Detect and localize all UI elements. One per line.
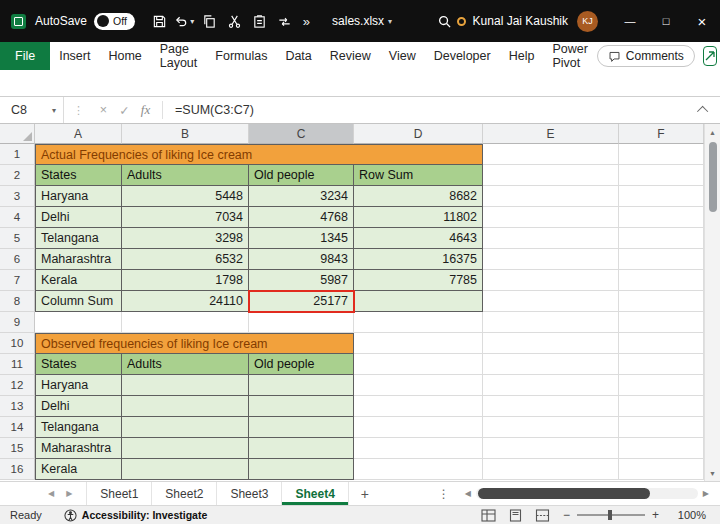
- row-header[interactable]: 4: [0, 207, 35, 228]
- insert-function-icon[interactable]: fx: [135, 102, 156, 118]
- enter-check-icon[interactable]: ✓: [114, 103, 135, 118]
- cell[interactable]: [249, 459, 354, 480]
- cell[interactable]: 5987: [249, 270, 354, 291]
- cell[interactable]: [619, 354, 704, 375]
- scroll-right-icon[interactable]: ▶: [698, 489, 714, 498]
- zoom-in-icon[interactable]: +: [652, 508, 659, 522]
- cell[interactable]: [619, 165, 704, 186]
- cell[interactable]: [354, 312, 483, 333]
- cell[interactable]: [122, 459, 249, 480]
- cell[interactable]: 8682: [354, 186, 483, 207]
- cell[interactable]: [122, 417, 249, 438]
- scroll-up-icon[interactable]: ▲: [709, 124, 716, 140]
- row-header[interactable]: 12: [0, 375, 35, 396]
- cell[interactable]: [249, 417, 354, 438]
- cell[interactable]: [619, 186, 704, 207]
- cell[interactable]: Delhi: [35, 396, 122, 417]
- cell[interactable]: [249, 375, 354, 396]
- vertical-scroll-thumb[interactable]: [709, 142, 717, 212]
- accessibility-status[interactable]: Accessibility: Investigate: [82, 509, 207, 521]
- paste-icon[interactable]: [247, 8, 272, 34]
- cell[interactable]: [619, 228, 704, 249]
- cell[interactable]: 1345: [249, 228, 354, 249]
- row-header[interactable]: 5: [0, 228, 35, 249]
- cell[interactable]: [483, 291, 619, 312]
- cell-title-1[interactable]: Actual Frequencies of liking Ice cream: [35, 144, 483, 165]
- cell[interactable]: 9843: [249, 249, 354, 270]
- cell[interactable]: Haryana: [35, 186, 122, 207]
- cell[interactable]: [122, 396, 249, 417]
- tab-data[interactable]: Data: [276, 42, 320, 70]
- copy-icon[interactable]: [197, 8, 222, 34]
- cell[interactable]: [619, 270, 704, 291]
- cell[interactable]: Adults: [122, 354, 249, 375]
- cell[interactable]: Delhi: [35, 207, 122, 228]
- cell[interactable]: [483, 459, 619, 480]
- row-header[interactable]: 8: [0, 291, 35, 312]
- tab-scroll-right-icon[interactable]: ▶: [60, 489, 78, 498]
- cell[interactable]: [354, 333, 483, 354]
- cell[interactable]: 7785: [354, 270, 483, 291]
- filename-dropdown-icon[interactable]: ▾: [388, 17, 392, 26]
- cell[interactable]: Telangana: [35, 417, 122, 438]
- cell[interactable]: States: [35, 354, 122, 375]
- cell[interactable]: [483, 270, 619, 291]
- cell[interactable]: [619, 333, 704, 354]
- switch-windows-icon[interactable]: [272, 8, 297, 34]
- cell[interactable]: [619, 249, 704, 270]
- row-header[interactable]: 11: [0, 354, 35, 375]
- undo-icon[interactable]: ▾: [172, 8, 197, 34]
- add-sheet-icon[interactable]: +: [361, 486, 369, 502]
- autosave-toggle[interactable]: Off: [94, 13, 135, 30]
- row-header[interactable]: 7: [0, 270, 35, 291]
- cell[interactable]: [122, 375, 249, 396]
- cell[interactable]: [354, 459, 483, 480]
- zoom-slider[interactable]: [577, 514, 645, 516]
- cell[interactable]: [619, 312, 704, 333]
- cell[interactable]: [619, 459, 704, 480]
- row-header[interactable]: 13: [0, 396, 35, 417]
- cell[interactable]: [354, 438, 483, 459]
- row-header[interactable]: 2: [0, 165, 35, 186]
- save-icon[interactable]: [147, 8, 172, 34]
- cell[interactable]: [483, 396, 619, 417]
- cell[interactable]: [483, 312, 619, 333]
- row-header[interactable]: 9: [0, 312, 35, 333]
- cell[interactable]: [619, 207, 704, 228]
- tab-page-layout[interactable]: Page Layout: [151, 42, 207, 70]
- scroll-left-icon[interactable]: ◀: [460, 489, 476, 498]
- formula-bar-handle[interactable]: ⋮: [73, 104, 84, 117]
- horizontal-scroll-thumb[interactable]: [478, 488, 650, 499]
- user-name[interactable]: Kunal Jai Kaushik: [473, 14, 568, 28]
- tab-scroll-left-icon[interactable]: ◀: [42, 489, 60, 498]
- cell[interactable]: [483, 207, 619, 228]
- tab-file[interactable]: File: [0, 42, 50, 70]
- cell[interactable]: [483, 165, 619, 186]
- comments-button[interactable]: Comments: [597, 45, 695, 67]
- name-box-dropdown-icon[interactable]: ▾: [52, 106, 56, 115]
- cell[interactable]: [619, 291, 704, 312]
- cell[interactable]: [619, 417, 704, 438]
- collapse-formula-bar-icon[interactable]: [697, 106, 708, 117]
- row-header[interactable]: 14: [0, 417, 35, 438]
- cell[interactable]: [619, 438, 704, 459]
- cancel-icon[interactable]: ×: [93, 103, 114, 117]
- cell[interactable]: [249, 438, 354, 459]
- cell-title-2[interactable]: Observed frequencies of liking Ice cream: [35, 333, 354, 354]
- maximize-button[interactable]: □: [648, 0, 684, 42]
- tabbar-options-icon[interactable]: ⋮: [438, 487, 450, 501]
- col-header-e[interactable]: E: [483, 124, 619, 144]
- cell[interactable]: 11802: [354, 207, 483, 228]
- scroll-down-icon[interactable]: ▼: [709, 465, 716, 481]
- search-icon[interactable]: [432, 8, 457, 34]
- name-box[interactable]: C8 ▾: [0, 97, 64, 123]
- tab-review[interactable]: Review: [321, 42, 380, 70]
- tab-insert[interactable]: Insert: [50, 42, 99, 70]
- cell[interactable]: States: [35, 165, 122, 186]
- cell[interactable]: [619, 396, 704, 417]
- cell[interactable]: 3234: [249, 186, 354, 207]
- cell[interactable]: [122, 438, 249, 459]
- cell[interactable]: Haryana: [35, 375, 122, 396]
- col-header-f[interactable]: F: [619, 124, 704, 144]
- normal-view-icon[interactable]: [481, 509, 496, 522]
